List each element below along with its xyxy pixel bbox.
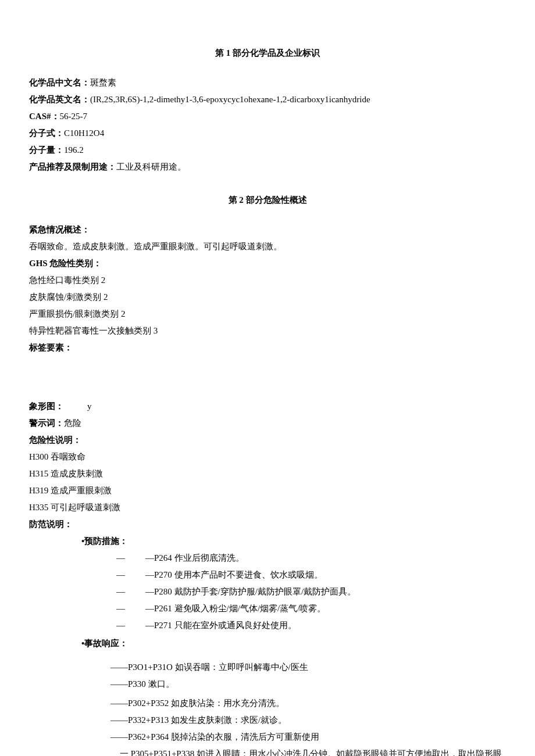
- prevention-item: — —P270 使用本产品时不要进食、饮水或吸烟。: [29, 567, 506, 583]
- label-pictogram: 象形图：: [29, 399, 87, 414]
- label-mw: 分子量：: [29, 145, 64, 155]
- hazard-item: H319 造成严重眼刺激: [29, 483, 506, 499]
- hazard-label: 危险性说明：: [29, 432, 506, 448]
- label-signal: 警示词：: [29, 418, 64, 428]
- prevention-item: — —P280 戴防护手套/穿防护服/戴防护眼罩/戴防护面具。: [29, 584, 506, 600]
- emergency-value: 吞咽致命。造成皮肤刺激。造成严重眼刺激。可引起呼吸道刺激。: [29, 239, 506, 255]
- response-item: ——P302+P352 如皮肤沾染：用水充分清洗。: [110, 696, 506, 711]
- prevention-item: — —P271 只能在室外或通风良好处使用。: [29, 618, 506, 633]
- response-item: ——P3O1+P31O 如误吞咽：立即呼叫解毒中心/医生: [110, 660, 506, 675]
- field-formula: 分子式：C10H12O4: [29, 126, 506, 141]
- ghs-item: 皮肤腐蚀/刺激类别 2: [29, 289, 506, 305]
- ghs-label: GHS 危险性类别：: [29, 256, 506, 271]
- hazard-item: H300 吞咽致命: [29, 449, 506, 465]
- value-use: 工业及科研用途。: [116, 162, 186, 171]
- hazard-item: H335 可引起呼吸道刺激: [29, 500, 506, 515]
- prevention-text: —P264 作业后彻底清洗。: [145, 550, 244, 566]
- field-use: 产品推荐及限制用途：工业及科研用途。: [29, 159, 506, 175]
- pictogram-space: [29, 357, 506, 397]
- field-mw: 分子量：196.2: [29, 142, 506, 158]
- ghs-item: 严重眼损伤/眼刺激类别 2: [29, 306, 506, 322]
- dash-icon: —: [116, 567, 145, 583]
- prevention-text: —P271 只能在室外或通风良好处使用。: [145, 618, 297, 633]
- prevention-text: —P280 戴防护手套/穿防护服/戴防护眼罩/戴防护面具。: [145, 584, 356, 600]
- ghs-item: 特异性靶器官毒性一次接触类别 3: [29, 323, 506, 339]
- response-label: •事故响应：: [29, 636, 506, 651]
- value-signal: 危险: [64, 418, 81, 428]
- section-1-heading: 第 1 部分化学品及企业标识: [29, 45, 506, 61]
- label-cas: CAS#：: [29, 112, 60, 121]
- prevention-item: — —P264 作业后彻底清洗。: [29, 550, 506, 566]
- dash-icon: —: [116, 550, 145, 566]
- prevention-label: •预防措施：: [29, 533, 506, 549]
- dash-icon: —: [116, 601, 145, 617]
- response-item: 一 P305+P351+P338 如进入眼睛：用水小心冲洗几分钟。如戴隐形眼镜并…: [110, 746, 506, 756]
- field-en-name: 化学品英文名：(IR,2S,3R,6S)-1,2-dimethy1-3,6-ep…: [29, 92, 506, 108]
- precaution-label: 防范说明：: [29, 517, 506, 532]
- response-item: ——P330 漱口。: [110, 676, 506, 692]
- value-mw: 196.2: [64, 145, 84, 155]
- label-use: 产品推荐及限制用途：: [29, 162, 116, 171]
- value-formula: C10H12O4: [64, 128, 104, 138]
- value-pictogram: y: [87, 402, 92, 411]
- ghs-item: 急性经口毒性类别 2: [29, 273, 506, 288]
- section-2-heading: 第 2 部分危险性概述: [29, 192, 506, 208]
- value-en-name: (IR,2S,3R,6S)-1,2-dimethy1-3,6-epoxycyc1…: [90, 95, 370, 104]
- prevention-item: — —P261 避免吸入粉尘/烟/气体/烟雾/蒸气/喷雾。: [29, 601, 506, 617]
- field-cas: CAS#：56-25-7: [29, 109, 506, 124]
- emergency-label: 紧急情况概述：: [29, 222, 506, 238]
- label-elements: 标签要素：: [29, 340, 506, 356]
- prevention-text: —P270 使用本产品时不要进食、饮水或吸烟。: [145, 567, 323, 583]
- dash-icon: —: [116, 618, 145, 633]
- value-cn-name: 斑蝥素: [90, 78, 116, 87]
- label-cn-name: 化学品中文名：: [29, 78, 90, 87]
- prevention-text: —P261 避免吸入粉尘/烟/气体/烟雾/蒸气/喷雾。: [145, 601, 326, 617]
- response-item: ——P332+P313 如发生皮肤刺激：求医/就诊。: [110, 712, 506, 728]
- hazard-item: H315 造成皮肤刺激: [29, 466, 506, 482]
- dash-icon: —: [116, 584, 145, 600]
- label-formula: 分子式：: [29, 128, 64, 138]
- value-cas: 56-25-7: [60, 112, 88, 121]
- response-item: ——P362+P364 脱掉沾染的衣服，清洗后方可重新使用: [110, 729, 506, 745]
- field-pictogram: 象形图：y: [29, 399, 506, 414]
- field-cn-name: 化学品中文名：斑蝥素: [29, 75, 506, 91]
- field-signal: 警示词：危险: [29, 415, 506, 431]
- label-en-name: 化学品英文名：: [29, 95, 90, 104]
